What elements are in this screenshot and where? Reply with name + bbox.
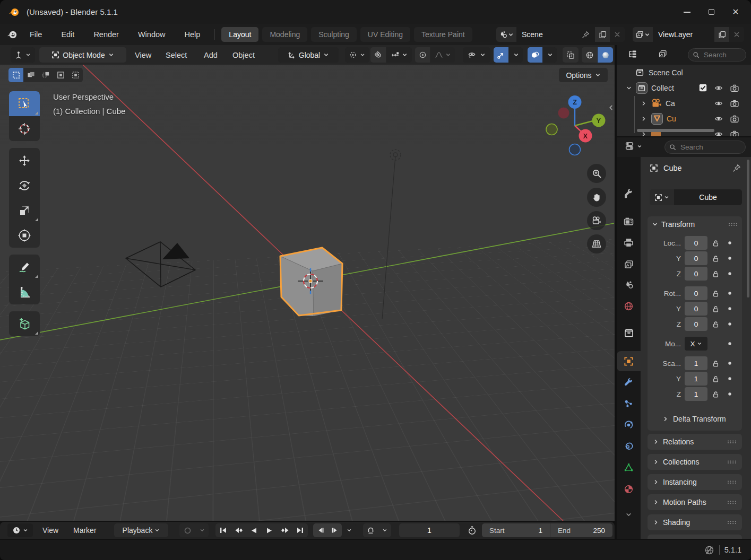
- collection-checkbox[interactable]: [699, 84, 707, 92]
- play-reverse-button[interactable]: [246, 523, 262, 537]
- next-frame-button[interactable]: [327, 523, 342, 537]
- proportional-editing-toggle[interactable]: [415, 47, 430, 63]
- play-button[interactable]: [262, 523, 277, 537]
- tab-constraints[interactable]: [617, 436, 641, 456]
- panel-motion-paths[interactable]: Motion Paths: [648, 494, 742, 510]
- rotation-z-field[interactable]: 0: [685, 317, 707, 331]
- animate-dot-icon[interactable]: [726, 305, 733, 312]
- disclosure-chevron-icon[interactable]: [626, 85, 632, 91]
- panel-visibility[interactable]: Visibility: [648, 535, 742, 539]
- camera-view-button[interactable]: [587, 211, 606, 230]
- outliner-row-camera[interactable]: Ca: [617, 95, 751, 111]
- tool-add-cube[interactable]: [9, 311, 40, 336]
- unlink-scene-button[interactable]: [610, 27, 625, 42]
- shading-solid-button[interactable]: [598, 47, 613, 63]
- menu-render[interactable]: Render: [88, 28, 125, 41]
- properties-search[interactable]: [664, 141, 746, 154]
- viewport-menu-select[interactable]: Select: [162, 47, 190, 63]
- playback-dropdown[interactable]: Playback: [114, 523, 168, 537]
- next-keyframe-button[interactable]: [277, 523, 292, 537]
- scene-name-field[interactable]: Scene: [516, 27, 595, 42]
- snap-target-dropdown[interactable]: [386, 47, 412, 63]
- animate-dot-icon[interactable]: [726, 340, 733, 347]
- visibility-dropdown[interactable]: [463, 47, 490, 63]
- perspective-toggle-button[interactable]: [587, 234, 606, 253]
- location-x-field[interactable]: 0: [685, 236, 707, 250]
- jump-to-start-button[interactable]: [215, 523, 231, 537]
- tab-world[interactable]: [617, 296, 641, 316]
- workspace-tab-sculpting[interactable]: Sculpting: [311, 27, 357, 42]
- viewport-canvas[interactable]: Options User Perspective (1) Collection …: [0, 65, 615, 521]
- tab-object[interactable]: [617, 351, 641, 371]
- outliner-row-scene-collection[interactable]: Scene Col: [617, 65, 751, 80]
- shading-wireframe-button[interactable]: [582, 47, 597, 63]
- workspace-tab-modeling[interactable]: Modeling: [262, 27, 307, 42]
- animate-dot-icon[interactable]: [726, 255, 733, 262]
- overlays-dropdown[interactable]: [543, 47, 557, 63]
- xray-toggle[interactable]: [563, 47, 579, 63]
- menu-file[interactable]: File: [24, 28, 48, 41]
- tool-annotate[interactable]: [9, 255, 40, 279]
- tool-cursor[interactable]: [9, 116, 40, 141]
- viewlayer-name-field[interactable]: ViewLayer: [653, 27, 714, 42]
- panel-grip-icon[interactable]: [728, 222, 738, 226]
- animate-dot-icon[interactable]: [726, 320, 733, 328]
- workspace-tab-uv-editing[interactable]: UV Editing: [360, 27, 410, 42]
- gizmo-dropdown[interactable]: [509, 47, 523, 63]
- lock-icon[interactable]: [712, 270, 720, 278]
- current-frame-field[interactable]: 1: [399, 523, 460, 537]
- new-scene-button[interactable]: [595, 27, 610, 42]
- minimize-button[interactable]: [675, 4, 699, 21]
- outliner-editor-type-button[interactable]: [627, 49, 638, 62]
- render-visibility-toggle[interactable]: [730, 84, 739, 92]
- tabs-overflow-chevron-icon[interactable]: [625, 511, 632, 518]
- panel-shading[interactable]: Shading: [648, 514, 742, 530]
- start-frame-field[interactable]: Start 1: [482, 523, 550, 537]
- lock-icon[interactable]: [712, 239, 720, 247]
- use-preview-range-button[interactable]: [464, 523, 480, 537]
- outliner-filter-button[interactable]: [658, 49, 667, 58]
- outliner-search-input[interactable]: [703, 50, 741, 59]
- auto-keying-toggle[interactable]: [179, 523, 196, 537]
- tab-modifiers[interactable]: [617, 373, 641, 393]
- disclosure-chevron-icon[interactable]: [641, 116, 647, 122]
- keying-dropdown[interactable]: [378, 523, 391, 537]
- timeline-menu-marker[interactable]: Marker: [69, 523, 101, 537]
- select-mode-intersect[interactable]: [68, 68, 83, 82]
- object-name-field[interactable]: Cube: [674, 189, 742, 205]
- tool-scale[interactable]: [9, 198, 40, 223]
- panel-collections[interactable]: Collections: [648, 454, 742, 470]
- scene-browse-button[interactable]: [496, 27, 516, 42]
- animate-dot-icon[interactable]: [726, 375, 733, 382]
- mode-dropdown[interactable]: Object Mode: [39, 47, 126, 63]
- jump-to-end-button[interactable]: [292, 523, 308, 537]
- lock-icon[interactable]: [712, 305, 720, 313]
- workspace-tab-layout[interactable]: Layout: [221, 27, 258, 42]
- scale-z-field[interactable]: 1: [685, 387, 707, 401]
- lock-icon[interactable]: [712, 290, 720, 298]
- panel-relations[interactable]: Relations: [648, 434, 742, 450]
- location-y-field[interactable]: 0: [685, 251, 707, 265]
- prev-keyframe-button[interactable]: [231, 523, 246, 537]
- viewport-menu-object[interactable]: Object: [229, 47, 258, 63]
- maximize-button[interactable]: [699, 4, 723, 21]
- properties-search-input[interactable]: [679, 143, 741, 152]
- render-visibility-toggle[interactable]: [730, 115, 739, 123]
- show-gizmo-toggle[interactable]: [494, 47, 508, 63]
- editor-type-button[interactable]: [11, 47, 35, 63]
- show-overlays-toggle[interactable]: [528, 47, 542, 63]
- frame-step-dropdown[interactable]: [343, 523, 356, 537]
- scale-x-field[interactable]: 1: [685, 356, 707, 370]
- proportional-falloff-dropdown[interactable]: [430, 47, 455, 63]
- scale-y-field[interactable]: 1: [685, 372, 707, 386]
- close-button[interactable]: ✕: [723, 4, 748, 21]
- select-mode-new[interactable]: [8, 68, 23, 82]
- panel-instancing[interactable]: Instancing: [648, 474, 742, 490]
- animate-dot-icon[interactable]: [726, 290, 733, 297]
- pin-icon[interactable]: [732, 164, 741, 172]
- horizontal-scrollbar[interactable]: [637, 129, 714, 132]
- keying-arch-button[interactable]: [363, 523, 378, 537]
- rotation-x-field[interactable]: 0: [685, 286, 707, 300]
- pivot-point-dropdown[interactable]: [345, 47, 369, 63]
- properties-scrollbar[interactable]: [747, 160, 749, 298]
